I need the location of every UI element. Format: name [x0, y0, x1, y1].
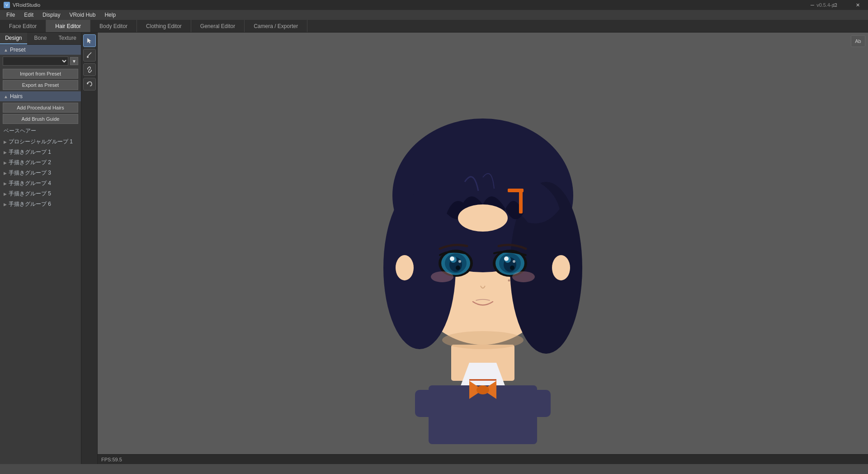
- tab-camera-exporter[interactable]: Camera / Exporter: [245, 20, 307, 32]
- link-tool-button[interactable]: [83, 63, 96, 76]
- statusbar: FPS: 59.5: [98, 454, 868, 464]
- app-title: VRoidStudio: [13, 2, 40, 8]
- main-layout: Design Bone Texture ▲ Preset ▼ Import fr…: [0, 33, 868, 464]
- sidebar-tab-bone[interactable]: Bone: [27, 33, 54, 44]
- fps-value: 59.5: [112, 457, 122, 462]
- svg-line-0: [88, 52, 91, 56]
- preset-dropdown-row: ▼: [0, 55, 81, 67]
- menu-display[interactable]: Display: [38, 10, 65, 20]
- svg-rect-37: [519, 189, 523, 213]
- hair-group-name-1: 手描きグループ 1: [9, 148, 51, 156]
- hair-group-item-4[interactable]: ▶ 手描きグループ 4: [0, 178, 81, 189]
- add-brush-guide-button[interactable]: Add Brush Guide: [3, 114, 78, 124]
- svg-point-42: [508, 280, 510, 282]
- hair-group-arrow-3: ▶: [4, 171, 7, 175]
- hair-group-item-0[interactable]: ▶ プロシージャルグループ 1: [0, 137, 81, 147]
- export-preset-button[interactable]: Export as Preset: [3, 80, 78, 90]
- svg-point-1: [87, 56, 89, 58]
- character-area: [98, 33, 868, 464]
- sidebar-tab-texture[interactable]: Texture: [54, 33, 81, 44]
- hairs-section-body: Add Procedural Hairs Add Brush Guide ベース…: [0, 103, 81, 209]
- menubar: File Edit Display VRoid Hub Help: [0, 10, 868, 20]
- svg-point-26: [458, 260, 461, 263]
- menu-vroid-hub[interactable]: VRoid Hub: [65, 10, 100, 20]
- hair-group-item-5[interactable]: ▶ 手描きグループ 5: [0, 189, 81, 199]
- svg-point-41: [442, 331, 524, 349]
- titlebar-left: V VRoidStudio: [4, 2, 40, 8]
- tab-clothing-editor[interactable]: Clothing Editor: [137, 20, 191, 32]
- editor-tabs: Face Editor Hair Editor Body Editor Clot…: [0, 20, 868, 33]
- sidebar: Design Bone Texture ▲ Preset ▼ Import fr…: [0, 33, 81, 464]
- brush-icon: [86, 52, 93, 59]
- hair-group-name-6: 手描きグループ 6: [9, 200, 51, 208]
- menu-help[interactable]: Help: [100, 10, 120, 20]
- hair-group-item-3[interactable]: ▶ 手描きグループ 3: [0, 168, 81, 178]
- svg-point-36: [512, 271, 535, 282]
- hair-group-name-4: 手描きグループ 4: [9, 180, 51, 187]
- import-preset-button[interactable]: Import from Preset: [3, 69, 78, 79]
- svg-point-33: [504, 256, 509, 261]
- link-icon: [86, 66, 93, 73]
- viewport[interactable]: Ab FPS: 59.5: [98, 33, 868, 464]
- hair-group-arrow-0: ▶: [4, 140, 7, 144]
- hair-group-item-1[interactable]: ▶ 手描きグループ 1: [0, 147, 81, 157]
- hair-group-arrow-1: ▶: [4, 150, 7, 155]
- tab-face-editor[interactable]: Face Editor: [0, 20, 46, 32]
- preset-section-header[interactable]: ▲ Preset: [0, 45, 81, 55]
- hair-group-arrow-4: ▶: [4, 181, 7, 186]
- add-procedural-hairs-button[interactable]: Add Procedural Hairs: [3, 103, 78, 113]
- hair-group-item-2[interactable]: ▶ 手描きグループ 2: [0, 157, 81, 168]
- preset-dropdown-arrow[interactable]: ▼: [70, 57, 78, 65]
- viewport-overlay-button[interactable]: Ab: [851, 35, 865, 47]
- svg-point-32: [510, 265, 514, 270]
- preset-arrow-icon: ▲: [4, 47, 8, 52]
- brush-tool-button[interactable]: [83, 49, 96, 62]
- svg-point-24: [456, 265, 460, 270]
- preset-select[interactable]: [3, 57, 68, 66]
- tab-hair-editor[interactable]: Hair Editor: [46, 20, 90, 32]
- svg-line-2: [89, 69, 90, 71]
- tool-panel: [81, 33, 98, 464]
- undo-icon: [86, 81, 93, 88]
- preset-section-label: Preset: [10, 47, 26, 53]
- minimize-button[interactable]: ─: [802, 0, 823, 10]
- hair-group-arrow-6: ▶: [4, 202, 7, 207]
- undo-button[interactable]: [83, 78, 96, 90]
- tab-general-editor[interactable]: General Editor: [191, 20, 245, 32]
- svg-point-9: [476, 385, 489, 394]
- svg-point-40: [552, 255, 570, 280]
- app-icon: V: [4, 2, 10, 8]
- hair-group-name-0: プロシージャルグループ 1: [9, 138, 73, 146]
- maximize-button[interactable]: □: [825, 0, 845, 10]
- menu-file[interactable]: File: [2, 10, 19, 20]
- sidebar-content: ▲ Preset ▼ Import from Preset Export as …: [0, 45, 81, 464]
- hair-group-item-6[interactable]: ▶ 手描きグループ 6: [0, 199, 81, 209]
- preset-section-body: ▼ Import from Preset Export as Preset: [0, 55, 81, 90]
- svg-rect-12: [505, 390, 551, 417]
- select-tool-button[interactable]: [83, 34, 96, 47]
- fps-label: FPS:: [101, 457, 112, 462]
- svg-point-25: [450, 256, 454, 261]
- hair-group-name-5: 手描きグループ 5: [9, 190, 51, 198]
- close-button[interactable]: ✕: [847, 0, 868, 10]
- tab-body-editor[interactable]: Body Editor: [90, 20, 137, 32]
- window-controls: ─ □ ✕: [802, 0, 868, 10]
- sidebar-tab-design[interactable]: Design: [0, 33, 27, 44]
- hair-group-arrow-5: ▶: [4, 192, 7, 196]
- svg-point-18: [458, 204, 508, 232]
- hair-group-arrow-2: ▶: [4, 161, 7, 165]
- hair-group-name-2: 手描きグループ 2: [9, 159, 51, 166]
- menu-edit[interactable]: Edit: [19, 10, 38, 20]
- svg-point-39: [396, 255, 414, 280]
- svg-point-35: [431, 271, 453, 282]
- svg-rect-11: [415, 390, 460, 417]
- hair-group-name-3: 手描きグループ 3: [9, 169, 51, 177]
- hairs-section-label: Hairs: [10, 93, 23, 100]
- base-hair-label: ベースヘアー: [0, 125, 81, 137]
- cursor-icon: [86, 37, 93, 44]
- hairs-arrow-icon: ▲: [4, 94, 8, 99]
- sidebar-tabs: Design Bone Texture: [0, 33, 81, 45]
- character-svg: [347, 55, 618, 444]
- svg-rect-38: [508, 189, 524, 192]
- hairs-section-header[interactable]: ▲ Hairs: [0, 91, 81, 101]
